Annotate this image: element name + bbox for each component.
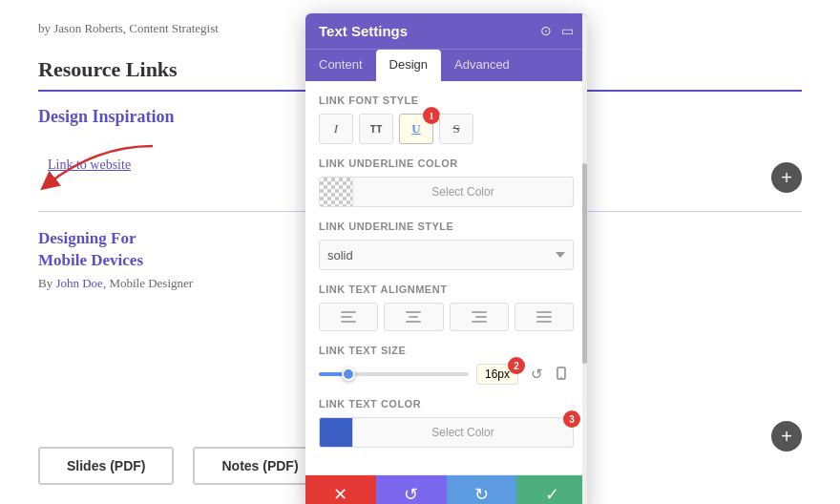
color-checker[interactable] <box>319 177 353 207</box>
align-left-btn[interactable] <box>319 303 378 331</box>
red-arrow <box>19 136 172 213</box>
author-text: by Jason Roberts, Content Strategist <box>38 21 219 35</box>
link-text-alignment-row <box>319 303 574 331</box>
main-content: by Jason Roberts, Content Strategist Res… <box>0 0 840 504</box>
modal-tabs: Content Design Advanced <box>305 49 587 81</box>
designer-link[interactable]: John Doe <box>55 276 102 290</box>
link-underline-style-row: solid dashed dotted double <box>319 240 574 270</box>
redo-button[interactable]: ↻ <box>447 475 517 504</box>
link-text-color-label: Link Text Color <box>319 398 574 410</box>
align-right-btn[interactable] <box>450 303 509 331</box>
link-underline-style-label: Link Underline Style <box>319 220 574 232</box>
minimize-icon[interactable]: ▭ <box>561 23 574 39</box>
link-underline-color-label: Link Underline Color <box>319 158 574 169</box>
underline-color-select[interactable]: Select Color <box>353 177 574 207</box>
text-size-slider-thumb[interactable] <box>342 368 355 381</box>
link-text-alignment-label: Link Text Alignment <box>319 284 574 295</box>
link-font-style-label: Link Font Style <box>319 94 574 106</box>
text-size-slider-track[interactable] <box>319 372 469 376</box>
modal-body: Link Font Style I TT U 1 S Link Underlin… <box>305 81 587 474</box>
modal-title: Text Settings <box>319 23 408 39</box>
modal-scrollbar-thumb[interactable] <box>582 163 587 364</box>
text-size-value: 16px 2 <box>476 364 518 385</box>
font-style-row: I TT U 1 S <box>319 114 574 144</box>
text-color-swatch[interactable] <box>319 417 353 448</box>
slides-pdf-button[interactable]: Slides (PDF) <box>38 447 174 485</box>
modal-scrollbar[interactable] <box>582 13 587 504</box>
link-underline-color-row: Select Color <box>319 177 574 207</box>
align-center-btn[interactable] <box>384 303 443 331</box>
reset-size-btn[interactable]: ↺ <box>526 364 547 385</box>
modal-header: Text Settings ⊙ ▭ <box>305 13 587 49</box>
reset-button[interactable]: ↺ <box>376 475 447 504</box>
fullscreen-icon[interactable]: ⊙ <box>540 23 552 39</box>
badge-3: 3 <box>563 410 580 428</box>
font-tt-btn[interactable]: TT <box>359 114 393 144</box>
plus-button-1[interactable]: + <box>771 162 802 193</box>
text-color-select[interactable]: Select Color 3 <box>353 417 574 448</box>
font-strikethrough-btn[interactable]: S <box>439 114 473 144</box>
confirm-button[interactable]: ✓ <box>516 475 587 504</box>
text-settings-modal: Text Settings ⊙ ▭ Content Design Advance… <box>305 13 587 504</box>
badge-1: 1 <box>423 107 440 124</box>
modal-header-icons: ⊙ ▭ <box>540 23 574 39</box>
tab-advanced[interactable]: Advanced <box>441 50 523 81</box>
pdf-buttons: Slides (PDF) Notes (PDF) <box>38 447 327 485</box>
svg-point-2 <box>560 377 561 378</box>
modal-footer: ✕ ↺ ↻ ✓ <box>305 474 587 504</box>
badge-2: 2 <box>508 357 525 374</box>
link-text-color-row: Select Color 3 <box>319 417 574 448</box>
cancel-button[interactable]: ✕ <box>305 475 376 504</box>
font-italic-btn[interactable]: I <box>319 114 353 144</box>
font-underline-btn[interactable]: U 1 <box>399 114 433 144</box>
device-toggle-btn[interactable] <box>553 364 574 385</box>
plus-button-2[interactable]: + <box>771 421 802 452</box>
link-text-size-row: 16px 2 ↺ <box>319 364 574 385</box>
tab-design[interactable]: Design <box>376 50 441 81</box>
underline-style-select[interactable]: solid dashed dotted double <box>319 240 574 270</box>
slider-icons: ↺ <box>526 364 574 385</box>
tab-content[interactable]: Content <box>305 50 376 81</box>
align-justify-btn[interactable] <box>514 303 574 331</box>
link-text-size-label: Link Text Size <box>319 345 574 356</box>
